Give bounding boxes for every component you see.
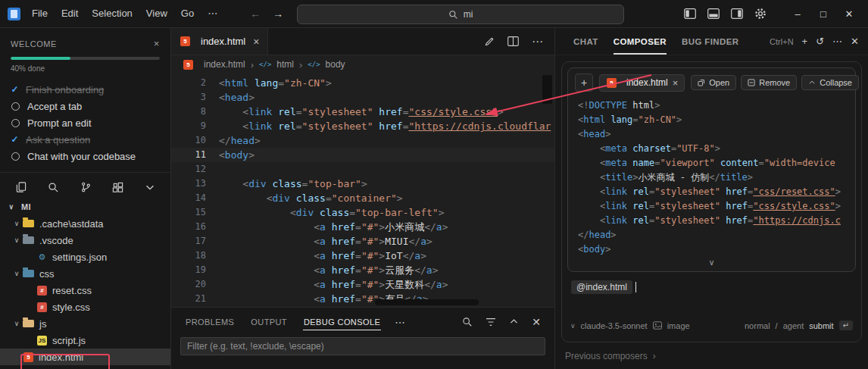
code-line[interactable]: 15 <div class="top-bar-left">: [171, 205, 554, 220]
forward-icon[interactable]: →: [273, 8, 283, 20]
search-icon[interactable]: [48, 182, 59, 193]
explorer-root[interactable]: ∨ MI: [0, 199, 170, 215]
expand-preview-chevron[interactable]: ∨: [575, 257, 848, 270]
split-editor-icon[interactable]: [507, 36, 519, 46]
context-file-chip[interactable]: 5 index.html ×: [599, 74, 685, 92]
menu-file[interactable]: File: [25, 0, 55, 27]
code-editor[interactable]: 2<html lang="zh-CN">3<head>8 <link rel="…: [171, 73, 554, 307]
tree-item-reset.css[interactable]: #reset.css: [0, 282, 170, 299]
welcome-item[interactable]: Prompt an edit: [11, 114, 160, 131]
tree-item-css[interactable]: ∨css: [0, 265, 170, 282]
chevron-up-icon[interactable]: [509, 317, 519, 327]
welcome-item[interactable]: Accept a tab: [11, 98, 160, 114]
model-selector[interactable]: claude-3.5-sonnet: [581, 321, 648, 330]
panel-tab-debug-console[interactable]: DEBUG CONSOLE: [295, 308, 389, 336]
source-control-icon[interactable]: [80, 181, 92, 193]
mode-normal[interactable]: normal: [745, 321, 770, 330]
breadcrumb-html[interactable]: html: [276, 59, 294, 70]
open-button[interactable]: Open: [691, 75, 736, 90]
line-number: 17: [171, 234, 219, 249]
code-line[interactable]: 17 <a href="#">MIUI</a>: [171, 234, 554, 249]
panel-tab-problems[interactable]: PROBLEMS: [177, 308, 242, 336]
welcome-item[interactable]: Chat with your codebase: [11, 148, 160, 164]
breadcrumb-file[interactable]: index.html: [204, 59, 245, 70]
tree-item-script.js[interactable]: JSscript.js: [0, 332, 170, 349]
history-icon[interactable]: ↺: [816, 36, 824, 47]
remove-context-icon[interactable]: ×: [673, 77, 679, 89]
breadcrumb-body[interactable]: body: [326, 59, 345, 70]
toggle-sidebar-left-icon[interactable]: [684, 8, 696, 19]
copy-pages-icon[interactable]: [15, 181, 27, 193]
code-line[interactable]: 10</head>: [171, 133, 554, 148]
horizontal-scrollbar[interactable]: [375, 299, 479, 305]
code-line[interactable]: 9 <link rel="stylesheet" href="https://c…: [171, 119, 554, 133]
menu-go[interactable]: Go: [174, 0, 201, 27]
code-line[interactable]: 8 <link rel="stylesheet" href="css/style…: [171, 105, 554, 119]
menu-selection[interactable]: Selection: [85, 0, 139, 27]
welcome-item[interactable]: ✓Finish onboarding: [11, 81, 160, 98]
code-line[interactable]: 19 <a href="#">云服务</a>: [171, 263, 554, 277]
filter-icon[interactable]: [486, 317, 496, 327]
welcome-item[interactable]: ✓Ask a question: [11, 131, 160, 148]
previous-composers-link[interactable]: Previous composers ›: [555, 342, 868, 369]
command-search-box[interactable]: mi: [297, 5, 624, 24]
more-actions-icon[interactable]: ⋯: [532, 35, 543, 48]
chevron-down-icon: ∨: [11, 220, 23, 227]
close-composer-icon[interactable]: ✕: [851, 36, 859, 47]
composer-tab-chat[interactable]: CHAT: [566, 28, 606, 55]
tree-item-settings.json[interactable]: ⚙settings.json: [0, 249, 170, 265]
code-line[interactable]: 21 <a href="#">有品</a>: [171, 292, 554, 306]
pencil-icon[interactable]: [484, 36, 495, 47]
settings-gear-icon[interactable]: [754, 8, 767, 20]
submit-button[interactable]: submit: [809, 321, 833, 330]
toggle-panel-icon[interactable]: [707, 8, 720, 19]
code-line[interactable]: 16 <a href="#">小米商城</a>: [171, 220, 554, 234]
vertical-scrollbar[interactable]: [542, 75, 552, 104]
remove-button[interactable]: Remove: [741, 75, 797, 90]
code-line[interactable]: 20 <a href="#">天星数科</a>: [171, 277, 554, 292]
code-line[interactable]: 14 <div class="container">: [171, 191, 554, 205]
composer-prompt-area[interactable]: @index.html: [567, 272, 856, 294]
menu-view[interactable]: View: [139, 0, 174, 27]
panel-tab-output[interactable]: OUTPUT: [242, 308, 295, 336]
chevron-right-icon: ›: [653, 351, 656, 361]
collapse-button[interactable]: Collapse: [801, 75, 859, 90]
extensions-icon[interactable]: [112, 182, 123, 193]
code-line[interactable]: 18 <a href="#">IoT</a>: [171, 249, 554, 263]
code-line[interactable]: 3<head>: [171, 90, 554, 105]
chevron-down-icon[interactable]: [145, 182, 155, 192]
new-composer-icon[interactable]: +: [802, 36, 808, 47]
console-filter-input[interactable]: [180, 337, 545, 355]
mode-agent[interactable]: agent: [783, 321, 804, 330]
code-line[interactable]: 2<html lang="zh-CN">: [171, 76, 554, 90]
code-line[interactable]: 13 <div class="top-bar">: [171, 177, 554, 191]
back-icon[interactable]: ←: [250, 8, 261, 20]
editor-tab-index-html[interactable]: 5 index.html ×: [171, 28, 268, 55]
close-panel-icon[interactable]: ✕: [532, 316, 541, 328]
file-mention-chip[interactable]: @index.html: [571, 280, 632, 294]
maximize-button[interactable]: □: [810, 8, 836, 20]
tree-item-js[interactable]: ∨js: [0, 315, 170, 332]
welcome-close-icon[interactable]: ×: [154, 38, 160, 49]
add-context-button[interactable]: +: [575, 73, 593, 92]
menu-overflow[interactable]: ⋯: [201, 0, 224, 27]
code-line[interactable]: 11<body>: [171, 148, 554, 162]
toggle-sidebar-right-icon[interactable]: [731, 8, 743, 19]
image-button[interactable]: image: [667, 321, 690, 330]
tree-item-index.html[interactable]: 5index.html: [0, 349, 170, 365]
panel-more-icon[interactable]: ⋯: [389, 316, 411, 328]
close-window-button[interactable]: ✕: [836, 8, 862, 20]
search-icon[interactable]: [462, 317, 473, 327]
composer-tab-composer[interactable]: COMPOSER: [606, 28, 674, 55]
close-tab-icon[interactable]: ×: [253, 36, 259, 48]
menu-edit[interactable]: Edit: [55, 0, 85, 27]
composer-input-box[interactable]: + 5 index.html × Open: [561, 61, 862, 342]
code-line[interactable]: 12: [171, 162, 554, 177]
tree-item-.cache-astdata[interactable]: ∨.cache\astdata: [0, 215, 170, 232]
more-icon[interactable]: ⋯: [832, 36, 842, 47]
minimize-button[interactable]: –: [785, 8, 810, 20]
image-icon[interactable]: [653, 321, 662, 330]
tree-item-.vscode[interactable]: ∨.vscode: [0, 232, 170, 249]
composer-tab-bug-finder[interactable]: BUG FINDER: [674, 28, 747, 55]
tree-item-style.css[interactable]: #style.css: [0, 299, 170, 315]
